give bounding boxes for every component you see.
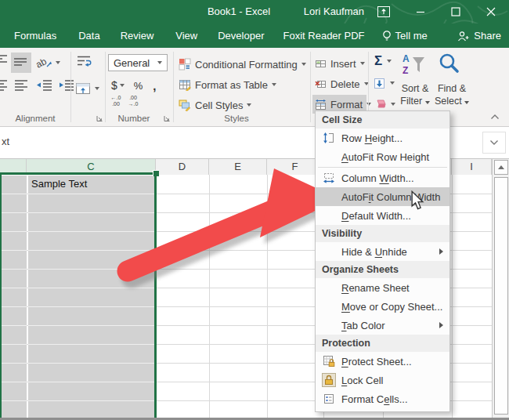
- menu-item-format-cells[interactable]: Format Cells...: [316, 389, 449, 408]
- delete-button[interactable]: Delete: [312, 74, 366, 93]
- tab-label: Formulas: [14, 30, 56, 42]
- autosum-sigma: Σ: [374, 53, 382, 69]
- tab-label: Developer: [218, 30, 264, 42]
- tab-label: Tell me: [395, 30, 428, 42]
- number-format-caret: [157, 61, 162, 64]
- align-left-icon[interactable]: [0, 79, 9, 91]
- scrollbar-thumb[interactable]: [494, 177, 508, 415]
- conditional-formatting-button[interactable]: Conditional Formatting: [179, 55, 306, 74]
- increase-decimal-button[interactable]: ←.0.00: [108, 95, 124, 107]
- sort-filter-label-2: Filter: [400, 96, 422, 107]
- dropdown-caret: [301, 63, 306, 66]
- menu-item-lock-cell[interactable]: Lock Cell: [316, 371, 449, 389]
- format-as-table-icon: [179, 78, 191, 91]
- percent-button[interactable]: %: [134, 80, 143, 92]
- tab-developer[interactable]: Developer: [218, 30, 264, 42]
- column-header-d[interactable]: D: [156, 159, 209, 175]
- button-label: Conditional Formatting: [195, 59, 298, 71]
- menu-item-label: Row Height...: [341, 132, 403, 144]
- sort-filter-label-1: Sort &: [396, 82, 434, 95]
- menu-item-rename-sheet[interactable]: Rename Sheet: [316, 278, 449, 297]
- eraser-icon: [374, 100, 386, 110]
- tab-foxit-reader-pdf[interactable]: Foxit Reader PDF: [283, 30, 365, 42]
- tab-label: Data: [78, 30, 99, 42]
- menu-item-default-width[interactable]: Default Width...: [316, 206, 449, 225]
- cell-c1-text: Sample Text: [31, 178, 87, 190]
- ribbon-display-options-icon[interactable]: [370, 0, 397, 24]
- menu-section-visibility: Visibility: [316, 225, 449, 242]
- formula-bar-text-fragment: xt: [2, 136, 9, 147]
- collapse-ribbon-button[interactable]: [490, 114, 500, 120]
- tab-data[interactable]: Data: [78, 30, 99, 42]
- menu-item-autofit-row-height[interactable]: AutoFit Row Height: [316, 147, 449, 166]
- menu-item-row-height[interactable]: Row Height...: [316, 129, 449, 147]
- comma-style-button[interactable]: ,: [153, 79, 156, 92]
- sort-filter-button[interactable]: Sort & Filter: [396, 82, 434, 107]
- tab-share[interactable]: Share: [457, 30, 501, 42]
- selection-handle[interactable]: [153, 170, 159, 176]
- increase-indent-icon[interactable]: [58, 79, 74, 91]
- svg-text:Z: Z: [403, 65, 408, 76]
- menu-section-cell-size: Cell Size: [316, 111, 449, 129]
- format-button-icon: [315, 99, 327, 110]
- align-center-icon[interactable]: [14, 79, 30, 91]
- scroll-up-icon: [498, 165, 504, 169]
- format-as-table-button[interactable]: Format as Table: [179, 75, 276, 94]
- menu-item-protect-sheet[interactable]: Protect Sheet...: [316, 352, 449, 371]
- menu-separator: [318, 167, 447, 168]
- tab-formulas[interactable]: Formulas: [14, 30, 56, 42]
- merge-center-button[interactable]: [75, 79, 99, 98]
- selected-column-c[interactable]: [28, 176, 154, 418]
- fill-button[interactable]: [374, 74, 395, 92]
- number-dialog-launcher[interactable]: [164, 115, 171, 122]
- insert-button[interactable]: Insert: [312, 54, 366, 73]
- sort-filter-caret: [425, 101, 430, 104]
- maximize-button[interactable]: [442, 0, 469, 24]
- tab-view[interactable]: View: [175, 30, 197, 42]
- submenu-arrow-icon: [439, 248, 443, 255]
- currency-caret[interactable]: [120, 84, 125, 87]
- tab-tell-me[interactable]: Tell me: [382, 30, 428, 42]
- conditional-formatting-icon: [179, 58, 191, 71]
- menu-item-hide-unhide[interactable]: Hide & Unhide: [316, 242, 449, 261]
- align-top-icon[interactable]: [0, 54, 9, 66]
- menu-item-label: Hide & Unhide: [341, 246, 407, 258]
- currency-button[interactable]: $: [111, 79, 117, 92]
- menu-section-protection: Protection: [316, 335, 449, 352]
- menu-item-autofit-column-width[interactable]: AutoFit Column Width: [316, 187, 449, 206]
- menu-item-move-or-copy-sheet[interactable]: Move or Copy Sheet...: [316, 297, 449, 316]
- cell-styles-icon: [179, 99, 191, 111]
- format-dropdown-menu: Cell SizeRow Height...AutoFit Row Height…: [315, 110, 450, 412]
- menu-item-label: AutoFit Row Height: [341, 151, 429, 163]
- align-middle-icon[interactable]: [11, 52, 31, 73]
- scroll-up-button[interactable]: [494, 160, 508, 175]
- cell-styles-button[interactable]: Cell Styles: [179, 96, 251, 114]
- minimize-button[interactable]: [407, 0, 434, 24]
- menu-item-tab-color[interactable]: Tab Color: [316, 316, 449, 335]
- column-width-icon: [316, 172, 341, 184]
- autosum-button[interactable]: Σ: [374, 52, 392, 71]
- ribbon-tab-row: FormulasDataReviewViewDeveloperFoxit Rea…: [0, 24, 509, 48]
- alignment-dialog-launcher[interactable]: [96, 115, 103, 122]
- title-bar: Book1 - Excel Lori Kaufman: [0, 0, 509, 24]
- tab-label: Review: [121, 30, 154, 42]
- decrease-indent-icon[interactable]: [36, 79, 52, 91]
- autosum-caret: [387, 60, 392, 63]
- number-format-combobox[interactable]: General: [108, 54, 168, 71]
- menu-item-column-width[interactable]: Column Width...: [316, 168, 449, 187]
- column-header-e[interactable]: E: [209, 159, 267, 175]
- wrap-text-button[interactable]: [76, 54, 92, 68]
- find-select-button[interactable]: Find & Select: [432, 82, 471, 107]
- orientation-button[interactable]: ab: [36, 53, 60, 72]
- close-button[interactable]: [478, 0, 504, 24]
- selected-column-b-partial[interactable]: [0, 176, 27, 418]
- formula-bar-expand-button[interactable]: [482, 132, 506, 154]
- column-header-i[interactable]: I: [452, 159, 492, 175]
- fill-caret: [390, 81, 395, 85]
- lock-cell-icon: [316, 373, 341, 387]
- tab-review[interactable]: Review: [121, 30, 154, 42]
- selection-border-right: [154, 175, 157, 418]
- vertical-scrollbar[interactable]: [492, 159, 509, 418]
- decrease-decimal-button[interactable]: .00→.0: [125, 95, 141, 107]
- signed-in-user: Lori Kaufman: [290, 0, 364, 24]
